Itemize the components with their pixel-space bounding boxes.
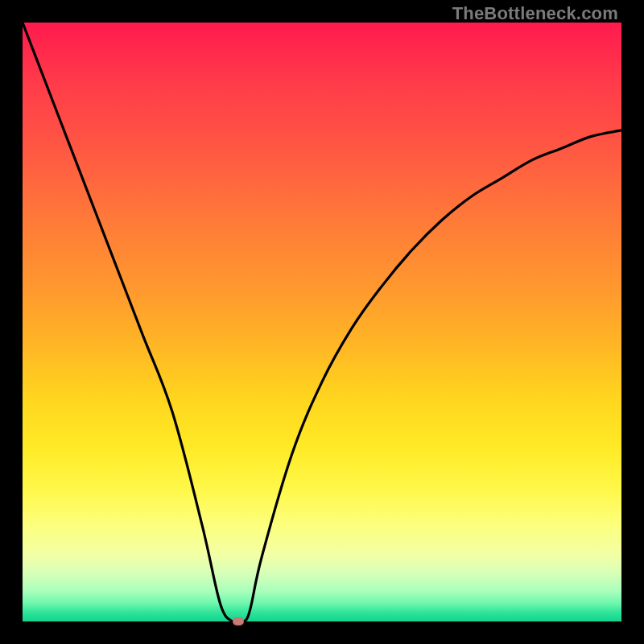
curve-layer (23, 23, 621, 621)
plot-area (23, 23, 621, 621)
watermark-text: TheBottleneck.com (452, 3, 618, 24)
chart-frame: TheBottleneck.com (0, 0, 644, 644)
minimum-marker (233, 617, 244, 625)
bottleneck-curve-path (23, 23, 621, 621)
